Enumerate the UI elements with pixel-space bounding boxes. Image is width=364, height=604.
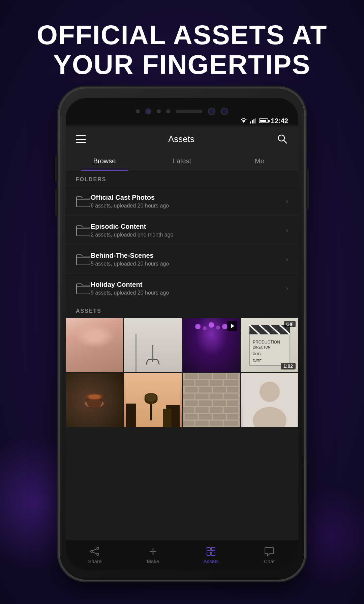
svg-line-77 bbox=[93, 552, 97, 554]
tab-browse[interactable]: Browse bbox=[66, 151, 143, 171]
gif-badge-4: GIF bbox=[284, 321, 296, 327]
svg-rect-81 bbox=[212, 547, 215, 551]
folders-section-header: FOLDERS bbox=[66, 171, 298, 187]
tab-latest[interactable]: Latest bbox=[143, 151, 221, 171]
svg-point-28 bbox=[88, 394, 100, 399]
nav-chat-label: Chat bbox=[264, 558, 275, 564]
svg-rect-47 bbox=[199, 387, 212, 393]
svg-point-74 bbox=[97, 553, 99, 555]
coffee-cup-icon bbox=[81, 387, 108, 414]
assets-photo-grid: PRODUCTION DIRECTOR ROLL DATE GIF 1:02 bbox=[66, 318, 298, 428]
status-icons: 12:42 bbox=[240, 117, 288, 125]
svg-rect-83 bbox=[212, 552, 215, 555]
svg-rect-51 bbox=[195, 393, 209, 400]
folder-name-4: Holiday Content bbox=[91, 281, 286, 289]
svg-point-13 bbox=[222, 324, 228, 329]
svg-rect-1 bbox=[250, 121, 251, 123]
plus-icon bbox=[148, 546, 158, 556]
svg-rect-36 bbox=[163, 409, 171, 427]
front-camera-2 bbox=[221, 108, 228, 115]
svg-line-76 bbox=[93, 549, 97, 551]
sensor-dot-3 bbox=[166, 109, 170, 113]
svg-point-14 bbox=[203, 326, 207, 330]
wifi-status-icon bbox=[240, 118, 247, 123]
svg-rect-49 bbox=[227, 387, 238, 393]
phone-screen: 12:42 Assets bbox=[66, 98, 298, 570]
grid-icon bbox=[206, 546, 216, 556]
svg-rect-54 bbox=[184, 400, 198, 406]
app-header: Assets bbox=[66, 127, 298, 151]
svg-rect-53 bbox=[223, 393, 238, 400]
folder-meta-2: 2 assets, uploaded one month ago bbox=[91, 232, 286, 238]
folder-meta-3: 5 assets, uploaded 20 hours ago bbox=[91, 261, 286, 267]
svg-rect-52 bbox=[209, 393, 223, 400]
svg-rect-57 bbox=[227, 400, 238, 406]
svg-point-15 bbox=[216, 326, 220, 330]
svg-rect-4 bbox=[255, 118, 256, 123]
city-skyline-icon bbox=[124, 373, 181, 427]
portrait-icon bbox=[241, 373, 298, 427]
svg-rect-40 bbox=[213, 373, 226, 379]
status-bar: 12:42 bbox=[76, 115, 288, 127]
tab-me[interactable]: Me bbox=[221, 151, 298, 171]
headline: OFFICIAL ASSETS AT YOUR FINGERTIPS bbox=[0, 0, 364, 93]
svg-text:DIRECTOR: DIRECTOR bbox=[253, 346, 270, 349]
folder-info-4: Holiday Content 9 assets, uploaded 20 ho… bbox=[91, 281, 286, 296]
hamburger-line-1 bbox=[76, 135, 86, 136]
phone-device: 12:42 Assets bbox=[59, 88, 305, 580]
svg-rect-44 bbox=[209, 380, 223, 386]
hamburger-line-3 bbox=[76, 142, 86, 143]
folder-item-behind-scenes[interactable]: Behind-The-Scenes 5 assets, uploaded 20 … bbox=[66, 245, 298, 274]
svg-rect-41 bbox=[227, 373, 238, 379]
svg-rect-65 bbox=[227, 414, 238, 420]
share-icon bbox=[90, 546, 100, 556]
asset-photo-1[interactable] bbox=[66, 318, 123, 372]
folder-item-holiday[interactable]: Holiday Content 9 assets, uploaded 20 ho… bbox=[66, 274, 298, 303]
svg-rect-50 bbox=[183, 393, 194, 400]
chevron-icon-3: › bbox=[286, 255, 288, 264]
folder-icon-2 bbox=[76, 224, 91, 237]
menu-button[interactable] bbox=[76, 135, 86, 143]
nav-chat[interactable]: Chat bbox=[240, 546, 299, 564]
asset-photo-2[interactable] bbox=[124, 318, 181, 372]
svg-rect-69 bbox=[223, 420, 238, 427]
nav-make[interactable]: Make bbox=[124, 546, 182, 564]
nav-share[interactable]: Share bbox=[66, 546, 124, 564]
battery-status-icon bbox=[259, 118, 268, 123]
search-button[interactable] bbox=[277, 133, 288, 145]
asset-photo-4[interactable]: PRODUCTION DIRECTOR ROLL DATE GIF 1:02 bbox=[241, 318, 298, 372]
app-title: Assets bbox=[168, 134, 194, 144]
svg-rect-62 bbox=[184, 414, 198, 420]
asset-photo-3[interactable] bbox=[183, 318, 240, 372]
sensor-speaker bbox=[176, 110, 203, 113]
asset-photo-7[interactable] bbox=[183, 373, 240, 427]
svg-rect-42 bbox=[183, 380, 194, 386]
folders-section-title: FOLDERS bbox=[76, 176, 106, 182]
nav-assets[interactable]: Assets bbox=[182, 546, 240, 564]
headline-text: OFFICIAL ASSETS AT YOUR FINGERTIPS bbox=[27, 20, 337, 80]
nav-share-label: Share bbox=[88, 558, 101, 564]
svg-rect-64 bbox=[213, 414, 226, 420]
svg-rect-17 bbox=[249, 325, 290, 334]
folder-name-1: Official Cast Photos bbox=[91, 194, 286, 201]
phone-body: 12:42 Assets bbox=[59, 88, 305, 580]
svg-line-6 bbox=[284, 140, 287, 143]
svg-rect-59 bbox=[195, 407, 209, 413]
svg-rect-82 bbox=[207, 552, 210, 555]
asset-photo-6[interactable] bbox=[124, 373, 181, 427]
app-content: Assets Browse Latest bbox=[66, 127, 298, 570]
duration-badge-4: 1:02 bbox=[281, 363, 296, 369]
brick-wall-icon bbox=[183, 373, 240, 427]
asset-photo-8[interactable] bbox=[241, 373, 298, 427]
sensor-dot-2 bbox=[157, 109, 161, 113]
svg-rect-45 bbox=[223, 380, 238, 386]
folder-item-episodic[interactable]: Episodic Content 2 assets, uploaded one … bbox=[66, 216, 298, 245]
nav-make-label: Make bbox=[147, 558, 159, 564]
chevron-icon-2: › bbox=[286, 226, 288, 235]
svg-rect-66 bbox=[183, 420, 194, 427]
folder-meta-4: 9 assets, uploaded 20 hours ago bbox=[91, 290, 286, 296]
folder-item-official-cast[interactable]: Official Cast Photos 6 assets, uploaded … bbox=[66, 187, 298, 216]
asset-photo-5[interactable] bbox=[66, 373, 123, 427]
svg-rect-67 bbox=[195, 420, 209, 427]
play-badge-3 bbox=[227, 321, 237, 331]
